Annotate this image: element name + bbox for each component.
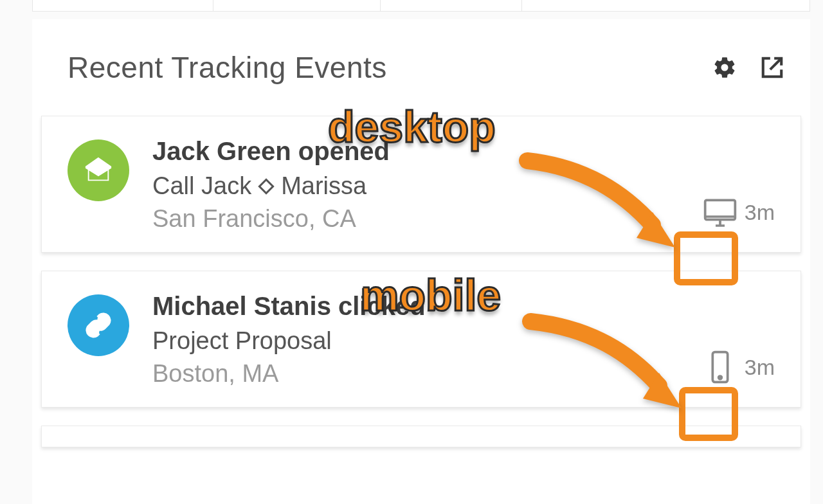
envelope-open-icon (68, 140, 129, 201)
link-icon (68, 294, 129, 356)
annotation-label-desktop: desktop (328, 102, 496, 152)
annotation-arrow-desktop (514, 148, 682, 257)
mobile-icon (702, 349, 738, 385)
open-external-icon[interactable] (760, 55, 784, 80)
event-time: 3m (745, 355, 775, 380)
annotation-arrow-mobile (521, 309, 688, 418)
top-tab-strip (32, 0, 810, 12)
annotation-highlight-desktop (674, 231, 738, 285)
desktop-icon (702, 194, 738, 230)
svg-point-2 (718, 376, 721, 379)
panel-title: Recent Tracking Events (68, 50, 387, 85)
annotation-label-mobile: mobile (360, 270, 501, 320)
gear-icon[interactable] (712, 55, 737, 80)
event-time: 3m (745, 200, 775, 225)
diamond-separator-icon (258, 178, 274, 194)
